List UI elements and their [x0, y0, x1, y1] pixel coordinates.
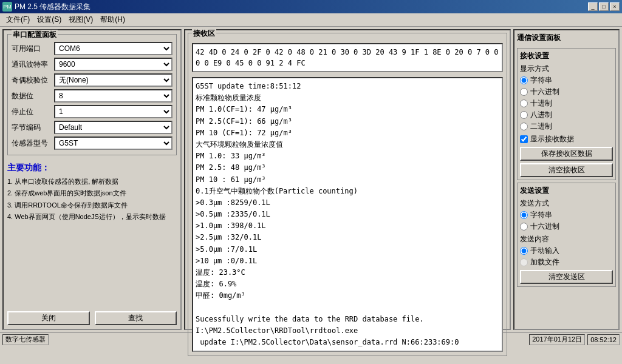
encoding-row: 字节编码 Default ASCII UTF-8	[12, 121, 173, 134]
radio-string-input[interactable]	[520, 76, 528, 84]
stopbits-label: 停止位	[12, 107, 54, 117]
radio-oct[interactable]: 八进制	[520, 110, 613, 120]
receive-group: 接收区 42 4D 0 24 0 2F 0 42 0 48 0 21 0 30 …	[188, 33, 507, 356]
stopbits-select-wrapper: 1 1.5 2	[54, 105, 173, 118]
send-radio-hex-label: 十六进制	[530, 221, 559, 232]
show-data-label: 显示接收数据	[530, 134, 574, 144]
radio-dec[interactable]: 十进制	[520, 98, 613, 109]
send-radio-hex[interactable]: 十六进制	[520, 221, 613, 232]
stopbits-select[interactable]: 1 1.5 2	[54, 105, 173, 118]
clear-receive-button[interactable]: 清空接收区	[520, 163, 613, 177]
port-label: 可用端口	[12, 44, 54, 54]
find-button[interactable]: 查找	[95, 311, 177, 325]
feature-4: 4. Web界面网页（使用NodeJS运行），显示实时数据	[7, 212, 177, 221]
close-button[interactable]: ×	[610, 2, 620, 11]
radio-dec-label: 十进制	[530, 98, 552, 109]
status-date: 2017年01月12日	[529, 334, 585, 345]
databits-select[interactable]: 8 5 6 7	[54, 89, 173, 103]
right-panel: 通信设置面板 接收设置 显示方式 字符串 十六进制 十进制	[513, 29, 620, 330]
baud-label: 通讯波特率	[12, 59, 54, 70]
feature-2: 2. 保存成web界面用的实时数据json文件	[7, 189, 177, 198]
encoding-select[interactable]: Default ASCII UTF-8	[54, 121, 173, 134]
menu-help[interactable]: 帮助(H)	[97, 13, 129, 26]
display-mode-group: 字符串 十六进制 十进制 八进制 二进制	[520, 75, 613, 132]
baud-row: 通讯波特率 9600 1200 2400 4800	[12, 58, 173, 71]
send-radio-hex-input[interactable]	[520, 223, 528, 231]
port-select-wrapper: COM6 COM1 COM2	[54, 42, 173, 55]
databits-label: 数据位	[12, 91, 54, 101]
radio-hex-label: 十六进制	[530, 87, 559, 97]
databits-row: 数据位 8 5 6 7	[12, 89, 173, 103]
sensor-select-wrapper: G5ST G3 G4 G7	[54, 136, 173, 150]
menu-file[interactable]: 文件(F)	[2, 13, 33, 26]
radio-hex[interactable]: 十六进制	[520, 87, 613, 97]
port-select[interactable]: COM6 COM1 COM2	[54, 42, 173, 55]
radio-string-label: 字符串	[530, 75, 552, 86]
sensor-select[interactable]: G5ST G3 G4 G7	[54, 136, 173, 150]
serial-config-title: 串口配置面板	[12, 30, 58, 40]
port-row: 可用端口 COM6 COM1 COM2	[12, 42, 173, 55]
save-receive-button[interactable]: 保存接收区数据	[520, 147, 613, 161]
send-radio-string[interactable]: 字符串	[520, 210, 613, 220]
content-radio-file[interactable]: 加载文件	[520, 257, 613, 268]
features-section: 主要功能： 1. 从串口读取传感器的数据, 解析数据 2. 保存成web界面用的…	[7, 163, 177, 224]
right-panel-title: 通信设置面板	[517, 33, 616, 43]
left-panel-buttons: 关闭 查找	[7, 306, 177, 325]
display-mode-label: 显示方式	[520, 64, 613, 74]
menu-settings[interactable]: 设置(S)	[33, 13, 65, 26]
content-radio-file-input[interactable]	[520, 258, 528, 266]
sensor-row: 传感器型号 G5ST G3 G4 G7	[12, 136, 173, 150]
status-info: 数字七传感器	[2, 334, 49, 345]
stopbits-row: 停止位 1 1.5 2	[12, 105, 173, 118]
app-icon: PM	[2, 2, 12, 12]
show-data-checkbox-label[interactable]: 显示接收数据	[520, 134, 613, 144]
parity-row: 奇偶校验位 无(None) 奇校验 偶校验	[12, 73, 173, 87]
parity-select[interactable]: 无(None) 奇校验 偶校验	[54, 73, 173, 87]
text-display[interactable]: G5ST update time:8:51:12 标准颗粒物质量浓度 PM 1.…	[192, 77, 503, 352]
close-port-button[interactable]: 关闭	[7, 311, 90, 325]
parity-select-wrapper: 无(None) 奇校验 偶校验	[54, 73, 173, 87]
menu-bar: 文件(F) 设置(S) 视图(V) 帮助(H)	[0, 13, 622, 27]
title-bar: PM PM 2.5 传感器数据采集 _ □ ×	[0, 0, 622, 13]
receive-title: 接收区	[192, 29, 216, 39]
show-data-checkbox[interactable]	[520, 135, 528, 143]
radio-string[interactable]: 字符串	[520, 75, 613, 86]
radio-oct-label: 八进制	[530, 110, 552, 120]
send-radio-string-label: 字符串	[530, 210, 552, 220]
sensor-label: 传感器型号	[12, 138, 54, 149]
content-radio-manual-input[interactable]	[520, 247, 528, 255]
radio-bin[interactable]: 二进制	[520, 121, 613, 132]
encoding-select-wrapper: Default ASCII UTF-8	[54, 121, 173, 134]
clear-send-button[interactable]: 清空发送区	[520, 270, 613, 284]
radio-hex-input[interactable]	[520, 88, 528, 96]
send-radio-string-input[interactable]	[520, 211, 528, 219]
send-settings-section: 发送设置 发送方式 字符串 十六进制 发送内容 手动输入	[517, 183, 616, 287]
minimize-button[interactable]: _	[588, 2, 598, 11]
content-radio-manual[interactable]: 手动输入	[520, 246, 613, 256]
content-label: 发送内容	[520, 234, 613, 244]
window-controls: _ □ ×	[588, 2, 620, 11]
receive-settings-section: 接收设置 显示方式 字符串 十六进制 十进制 八进制	[517, 48, 616, 180]
send-mode-group: 字符串 十六进制	[520, 210, 613, 232]
baud-select[interactable]: 9600 1200 2400 4800	[54, 58, 173, 71]
encoding-label: 字节编码	[12, 123, 54, 133]
radio-bin-input[interactable]	[520, 123, 528, 130]
radio-bin-label: 二进制	[530, 121, 552, 132]
feature-1: 1. 从串口读取传感器的数据, 解析数据	[7, 177, 177, 186]
content-radio-manual-label: 手动输入	[530, 246, 559, 256]
send-mode-label: 发送方式	[520, 198, 613, 209]
features-title: 主要功能：	[7, 163, 177, 174]
parity-label: 奇偶校验位	[12, 75, 54, 86]
main-content: 串口配置面板 可用端口 COM6 COM1 COM2 通讯波特率	[0, 27, 622, 332]
window-title: PM 2.5 传感器数据采集	[15, 2, 91, 12]
content-radio-file-label: 加载文件	[530, 257, 559, 268]
menu-view[interactable]: 视图(V)	[65, 13, 97, 26]
radio-oct-input[interactable]	[520, 111, 528, 119]
baud-select-wrapper: 9600 1200 2400 4800	[54, 58, 173, 71]
radio-dec-input[interactable]	[520, 99, 528, 107]
restore-button[interactable]: □	[599, 2, 609, 11]
databits-select-wrapper: 8 5 6 7	[54, 89, 173, 103]
content-mode-group: 手动输入 加载文件	[520, 246, 613, 268]
receive-settings-title: 接收设置	[520, 51, 613, 61]
serial-config-group: 串口配置面板 可用端口 COM6 COM1 COM2 通讯波特率	[7, 34, 177, 155]
